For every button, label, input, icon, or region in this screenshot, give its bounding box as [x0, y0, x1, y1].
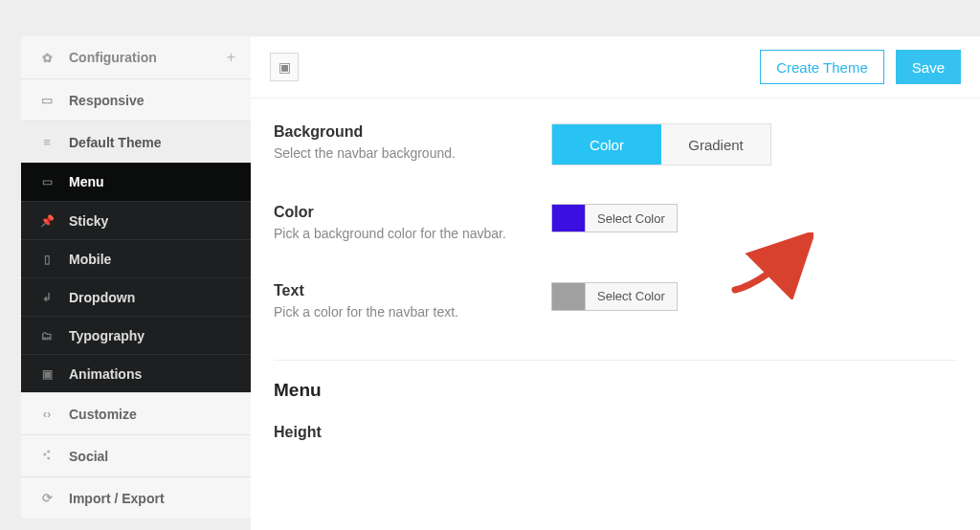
- sidebar-label: Import / Export: [69, 491, 165, 506]
- gear-icon: ✿: [36, 51, 57, 65]
- sidebar-label: Configuration: [69, 50, 157, 65]
- field-desc: Pick a color for the navbar text.: [274, 303, 532, 322]
- field-title: Text: [274, 282, 532, 299]
- section-menu-heading: Menu: [274, 380, 957, 401]
- background-segmented: Color Gradient: [551, 123, 771, 166]
- content-area: Background Select the navbar background.…: [251, 99, 980, 454]
- sidebar-sub-dropdown[interactable]: ↲ Dropdown: [21, 277, 251, 316]
- sidebar-label: Default Theme: [69, 135, 161, 150]
- color-swatch: [552, 205, 585, 232]
- field-background: Background Select the navbar background.…: [274, 123, 957, 166]
- sidebar-sub-label: Sticky: [69, 213, 108, 229]
- sidebar-sub-sticky[interactable]: 📌 Sticky: [21, 201, 251, 239]
- field-desc: Pick a background color for the navbar.: [274, 225, 532, 244]
- sidebar-sub-mobile[interactable]: ▯ Mobile: [21, 239, 251, 277]
- sidebar-label: Customize: [69, 407, 137, 422]
- sidebar-sub-label: Typography: [69, 328, 145, 343]
- pin-icon: 📌: [36, 214, 57, 228]
- main-panel: ▣ Create Theme Save Background: [251, 36, 980, 530]
- sidebar-sub-label: Mobile: [69, 252, 111, 267]
- layout-toggle-button[interactable]: ▣: [270, 53, 299, 81]
- screen-icon: ▭: [36, 175, 57, 188]
- layout-icon: ▣: [278, 59, 291, 75]
- divider: [274, 360, 957, 361]
- create-theme-button[interactable]: Create Theme: [760, 50, 884, 84]
- sidebar-label: Responsive: [69, 93, 145, 108]
- color-picker[interactable]: Select Color: [551, 204, 678, 232]
- segmented-option-color[interactable]: Color: [552, 124, 661, 165]
- sidebar-item-social[interactable]: ⠪ Social: [21, 434, 251, 476]
- list-icon: ≡: [36, 135, 57, 149]
- bag-icon: 🗂: [36, 329, 57, 342]
- sidebar-sub-label: Menu: [69, 174, 104, 189]
- field-height: Height: [274, 424, 957, 445]
- share-icon: ⠪: [36, 449, 57, 463]
- select-color-button[interactable]: Select Color: [585, 205, 677, 232]
- field-desc: Select the navbar background.: [274, 144, 532, 164]
- topbar: ▣ Create Theme Save: [251, 36, 980, 99]
- sidebar-sub-menu[interactable]: ▭ Menu: [21, 163, 251, 201]
- sidebar-sub-animations[interactable]: ▣ Animations: [21, 354, 251, 392]
- desktop-icon: ▭: [36, 93, 57, 107]
- dropdown-icon: ↲: [36, 291, 57, 304]
- sidebar-sub-label: Animations: [69, 366, 142, 382]
- field-text: Text Pick a color for the navbar text. S…: [274, 282, 957, 322]
- field-title: Background: [274, 123, 532, 141]
- sidebar-sub-typography[interactable]: 🗂 Typography: [21, 316, 251, 354]
- segmented-option-gradient[interactable]: Gradient: [661, 124, 770, 165]
- sidebar: ✿ Configuration + ▭ Responsive ≡ Default…: [21, 36, 251, 519]
- text-color-picker[interactable]: Select Color: [551, 282, 678, 311]
- sidebar-item-responsive[interactable]: ▭ Responsive: [21, 78, 251, 121]
- sidebar-label: Social: [69, 449, 108, 464]
- sidebar-item-default-theme[interactable]: ≡ Default Theme: [21, 121, 251, 163]
- select-text-color-button[interactable]: Select Color: [585, 283, 677, 310]
- field-color: Color Pick a background color for the na…: [274, 204, 957, 244]
- field-title: Color: [274, 204, 532, 221]
- text-color-swatch: [552, 283, 585, 310]
- field-title: Height: [274, 424, 532, 441]
- sidebar-item-configuration[interactable]: ✿ Configuration +: [21, 36, 251, 78]
- sidebar-item-import-export[interactable]: ⟳ Import / Export: [21, 476, 251, 519]
- save-button[interactable]: Save: [896, 50, 961, 84]
- sidebar-item-customize[interactable]: ‹› Customize: [21, 392, 251, 434]
- plus-icon: +: [227, 49, 235, 66]
- sidebar-sub-label: Dropdown: [69, 290, 135, 305]
- sidebar-subgroup: ▭ Menu 📌 Sticky ▯ Mobile ↲ Dropdown 🗂: [21, 163, 251, 392]
- mobile-icon: ▯: [36, 253, 57, 266]
- refresh-icon: ⟳: [36, 491, 57, 505]
- code-icon: ‹›: [36, 407, 57, 421]
- play-icon: ▣: [36, 367, 57, 381]
